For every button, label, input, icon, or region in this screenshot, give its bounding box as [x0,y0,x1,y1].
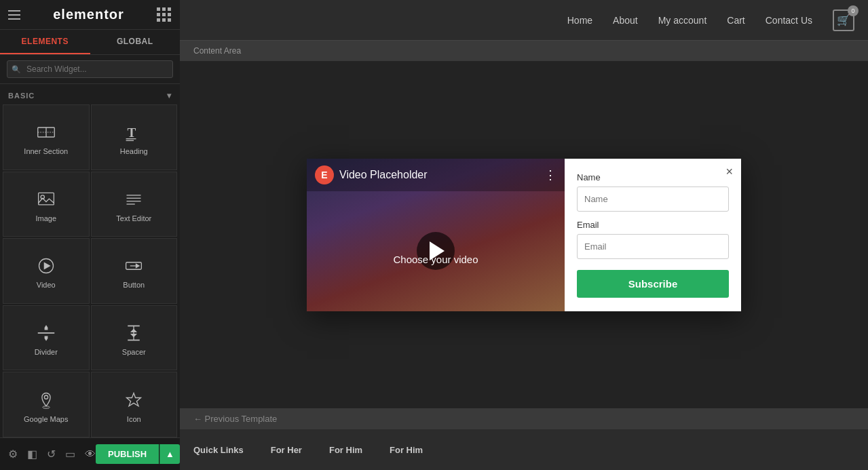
widget-spacer[interactable]: Spacer [91,305,178,371]
name-field: Name [577,172,729,212]
widget-label-text-editor: Text Editor [116,214,151,222]
svg-point-25 [44,395,48,399]
nav-myaccount[interactable]: My account [658,15,707,26]
logo-text: elementor [53,7,124,22]
footer-col-3: For Him [329,445,362,455]
nav-contact[interactable]: Contact Us [766,15,812,26]
widget-heading[interactable]: T Heading [91,104,178,170]
elementor-e-logo: E [315,165,334,184]
widget-label-icon: Icon [127,415,141,423]
search-input[interactable] [7,60,173,78]
nav-about[interactable]: About [613,15,638,26]
widget-image[interactable]: Image [3,172,90,237]
widget-google-maps[interactable]: Google Maps [3,372,90,437]
svg-marker-23 [132,330,136,332]
top-navigation: Home About My account Cart Contact Us 🛒 … [180,0,868,41]
footer-bar: Quick Links For Her For Him For Him [180,429,868,470]
collapse-icon[interactable]: ▾ [167,91,172,100]
publish-arrow-button[interactable]: ▲ [159,444,180,464]
widget-label-heading: Heading [120,147,148,155]
sidebar-tabs: ELEMENTS GLOBAL [0,30,180,55]
divider-icon [37,324,56,342]
nav-home[interactable]: Home [567,15,592,26]
image-icon [37,190,56,209]
inner-section-icon [37,123,56,142]
prev-template-link[interactable]: ← Previous Template [180,408,868,429]
popup-video-section: E Video Placeholder ⋮ Choose your video [307,159,565,311]
name-label: Name [577,172,729,182]
basic-section-title: BASIC ▾ [0,84,180,104]
publish-button[interactable]: PUBLISH [96,444,159,464]
svg-marker-24 [132,334,136,337]
spacer-icon [124,324,143,342]
cart-icon-wrap[interactable]: 🛒 0 [833,9,854,31]
widget-grid: Inner Section T Heading Image [0,104,180,437]
widget-label-divider: Divider [35,348,58,356]
page-wrapper: E Video Placeholder ⋮ Choose your video [180,61,868,408]
svg-text:T: T [128,125,136,140]
widget-label-button: Button [123,281,145,289]
svg-rect-6 [38,193,54,205]
sidebar-bottom: ⚙ ◧ ↺ ▭ 👁 PUBLISH ▲ [0,437,180,470]
svg-marker-18 [45,326,48,330]
svg-marker-13 [44,263,50,269]
publish-wrap: PUBLISH ▲ [96,444,180,464]
svg-marker-16 [136,265,139,268]
tab-elements[interactable]: ELEMENTS [0,30,90,54]
sidebar-header: elementor [0,0,180,30]
email-input[interactable] [577,234,729,259]
widget-divider[interactable]: Divider [3,305,90,371]
popup-box: E Video Placeholder ⋮ Choose your video [307,159,741,311]
nav-cart[interactable]: Cart [727,15,744,26]
svg-marker-27 [127,393,141,406]
footer-col-1: Quick Links [193,445,244,455]
name-input[interactable] [577,187,729,212]
widget-label-spacer: Spacer [122,348,146,356]
widget-video[interactable]: Video [3,238,90,304]
widget-search-wrap [0,55,180,84]
grid-icon[interactable] [157,7,172,22]
widget-label-video: Video [37,281,56,289]
play-button[interactable] [417,232,455,270]
preview-icon[interactable]: 👁 [85,448,96,461]
popup-form-section: × Name Email Subscribe [565,159,741,311]
video-center [307,191,565,311]
email-field: Email [577,220,729,259]
widget-label-image: Image [35,214,56,222]
footer-col-2: For Her [271,445,302,455]
settings-icon[interactable]: ⚙ [8,448,18,461]
sidebar: elementor ELEMENTS GLOBAL BASIC ▾ Inner … [0,0,180,470]
elementor-logo: elementor [53,7,124,22]
video-dots-menu[interactable]: ⋮ [544,168,556,182]
video-title: Video Placeholder [339,169,428,181]
tab-global[interactable]: GLOBAL [90,30,181,54]
text-editor-icon [124,190,143,209]
footer-col-4: For Him [390,445,423,455]
widget-icon[interactable]: Icon [91,372,178,437]
widget-button[interactable]: Button [91,238,178,304]
widget-inner-section[interactable]: Inner Section [3,104,90,170]
subscribe-button[interactable]: Subscribe [577,270,729,298]
history-icon[interactable]: ↺ [47,448,56,461]
video-icon [37,256,56,275]
email-label: Email [577,220,729,230]
popup-overlay[interactable]: E Video Placeholder ⋮ Choose your video [180,61,868,408]
popup-close-button[interactable]: × [725,165,733,178]
content-area-label: Content Area [180,41,868,61]
widget-label-google-maps: Google Maps [24,415,68,423]
layers-icon[interactable]: ◧ [27,448,37,461]
google-maps-icon [37,391,56,410]
hamburger-icon[interactable] [8,10,20,20]
cart-count-badge: 0 [848,5,858,16]
icon-widget-icon [124,391,143,410]
video-elementor-logo: E Video Placeholder [315,165,428,184]
play-triangle-icon [430,241,445,260]
svg-marker-19 [45,336,48,340]
widget-text-editor[interactable]: Text Editor [91,172,178,237]
widget-label-inner-section: Inner Section [24,147,68,155]
bottom-icons: ⚙ ◧ ↺ ▭ 👁 [8,448,96,461]
heading-icon: T [124,123,143,142]
video-header: E Video Placeholder ⋮ [307,159,565,191]
button-icon [124,256,143,275]
responsive-icon[interactable]: ▭ [65,448,75,461]
